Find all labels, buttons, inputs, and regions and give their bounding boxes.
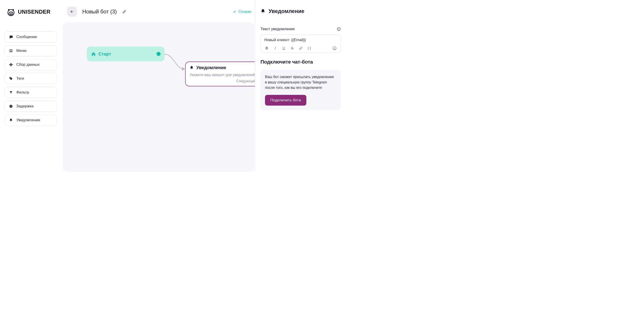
- connect-description: Ваш бот сможет присылать уведомления в в…: [265, 74, 336, 90]
- text-toolbar: B I U S { }: [264, 46, 337, 51]
- strikethrough-button[interactable]: S: [290, 46, 295, 51]
- palette-label: Сбор данных: [16, 62, 40, 67]
- edit-title-button[interactable]: [122, 10, 126, 14]
- node-notification-title: Уведомление: [196, 65, 226, 70]
- svg-rect-5: [10, 50, 11, 51]
- flow-connector: [164, 54, 186, 72]
- palette-item-notification[interactable]: Уведомление: [4, 115, 57, 126]
- home-icon: [91, 52, 96, 56]
- bell-icon: [9, 118, 13, 122]
- clock-icon: [9, 104, 13, 109]
- svg-rect-9: [10, 63, 12, 66]
- flow-canvas[interactable]: Старт Уведомление Укажите ваш аккаунт дл…: [62, 22, 254, 172]
- svg-rect-10: [10, 64, 10, 65]
- filter-icon: [9, 90, 13, 95]
- palette-label: Теги: [16, 76, 24, 81]
- grid-icon: [9, 49, 13, 53]
- underline-button[interactable]: U: [281, 46, 286, 51]
- palette-label: Фильтр: [16, 90, 29, 95]
- brand-logo[interactable]: UNISENDER: [6, 7, 50, 17]
- svg-point-15: [333, 47, 336, 50]
- svg-point-3: [12, 12, 12, 13]
- save-status: Сохран: [232, 10, 251, 14]
- info-icon[interactable]: [337, 27, 341, 31]
- palette-item-tags[interactable]: Теги: [4, 73, 57, 84]
- connect-bot-button[interactable]: Подключить бота: [265, 95, 306, 106]
- bell-icon: [260, 9, 266, 14]
- text-field-label: Текст уведомления: [260, 27, 294, 31]
- palette-item-filter[interactable]: Фильтр: [4, 87, 57, 98]
- palette-label: Меню: [16, 49, 26, 53]
- bell-icon: [190, 66, 194, 70]
- block-palette: Сообщение Меню Сбор данных Теги Фильтр З…: [4, 31, 57, 126]
- svg-rect-6: [11, 50, 12, 51]
- node-notification-hint: Укажите ваш аккаунт для уведомлений: [190, 73, 264, 77]
- message-icon: [9, 35, 13, 39]
- check-icon: [232, 10, 236, 14]
- palette-item-delay[interactable]: Задержка: [4, 101, 57, 112]
- svg-rect-8: [11, 51, 12, 52]
- panel-title: Уведомление: [268, 8, 304, 14]
- svg-point-2: [10, 12, 10, 13]
- node-next-step[interactable]: Следующий шаг: [190, 79, 264, 83]
- back-button[interactable]: [67, 7, 77, 17]
- palette-item-menu[interactable]: Меню: [4, 45, 57, 56]
- node-start[interactable]: Старт: [87, 47, 164, 61]
- connect-heading: Подключите чат-бота: [260, 59, 341, 65]
- svg-rect-7: [10, 51, 11, 52]
- svg-rect-11: [12, 64, 13, 65]
- form-icon: [9, 62, 13, 67]
- link-button[interactable]: [298, 46, 303, 51]
- brand-name: UNISENDER: [18, 9, 50, 15]
- palette-item-data[interactable]: Сбор данных: [4, 59, 57, 70]
- save-status-text: Сохран: [238, 10, 251, 14]
- notification-text-editor[interactable]: B I U S { }: [260, 35, 341, 53]
- page-title: Новый бот (3): [82, 9, 117, 15]
- notification-text-input[interactable]: [264, 38, 337, 42]
- svg-point-12: [10, 78, 11, 78]
- connect-bot-box: Ваш бот сможет присылать уведомления в в…: [260, 70, 341, 110]
- properties-panel: Уведомление Текст уведомления B I U S { …: [255, 0, 346, 172]
- logo-icon: [6, 7, 16, 17]
- palette-label: Уведомление: [16, 118, 40, 122]
- palette-item-message[interactable]: Сообщение: [4, 31, 57, 43]
- node-output-port[interactable]: [156, 52, 160, 56]
- node-start-label: Старт: [98, 52, 111, 57]
- emoji-button[interactable]: [332, 46, 337, 51]
- arrow-left-icon: [70, 10, 74, 14]
- variable-button[interactable]: { }: [307, 46, 312, 51]
- pencil-icon: [122, 10, 126, 14]
- svg-point-4: [10, 13, 12, 14]
- palette-label: Задержка: [16, 104, 34, 109]
- palette-label: Сообщение: [16, 35, 37, 39]
- bold-button[interactable]: B: [264, 46, 269, 51]
- tag-icon: [9, 76, 13, 81]
- italic-button[interactable]: I: [273, 46, 278, 51]
